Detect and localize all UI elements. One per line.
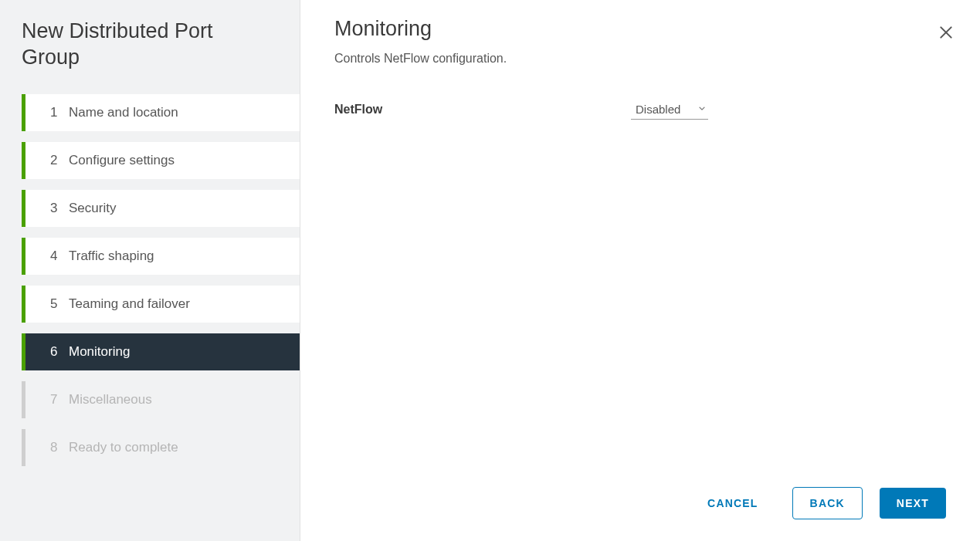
netflow-label: NetFlow (334, 103, 631, 117)
wizard-footer: CANCEL BACK NEXT (334, 487, 946, 519)
page-subtitle: Controls NetFlow configuration. (334, 52, 946, 66)
step-number: 7 (50, 392, 69, 407)
step-label: Monitoring (69, 344, 130, 360)
step-ready-to-complete: 8 Ready to complete (22, 429, 300, 466)
step-number: 3 (50, 201, 69, 216)
step-number: 5 (50, 296, 69, 312)
wizard-sidebar: New Distributed Port Group 1 Name and lo… (0, 0, 300, 541)
close-button[interactable] (938, 25, 954, 43)
step-number: 4 (50, 249, 69, 264)
next-button[interactable]: NEXT (880, 488, 946, 519)
cancel-button[interactable]: CANCEL (690, 488, 775, 519)
step-label: Configure settings (69, 153, 175, 168)
step-label: Ready to complete (69, 440, 178, 455)
step-label: Miscellaneous (69, 392, 152, 407)
wizard-title: New Distributed Port Group (22, 19, 269, 71)
netflow-select[interactable]: Disabled (631, 100, 708, 120)
step-label: Name and location (69, 105, 178, 120)
step-traffic-shaping[interactable]: 4 Traffic shaping (22, 238, 300, 275)
wizard-steps: 1 Name and location 2 Configure settings… (22, 94, 300, 466)
netflow-value: Disabled (636, 103, 680, 116)
step-number: 8 (50, 440, 69, 455)
step-miscellaneous: 7 Miscellaneous (22, 381, 300, 418)
step-configure-settings[interactable]: 2 Configure settings (22, 142, 300, 179)
step-label: Traffic shaping (69, 249, 154, 264)
step-label: Teaming and failover (69, 296, 190, 312)
step-number: 6 (50, 344, 69, 360)
step-number: 1 (50, 105, 69, 120)
wizard-main: Monitoring Controls NetFlow configuratio… (300, 0, 980, 541)
close-icon (938, 29, 954, 42)
step-number: 2 (50, 153, 69, 168)
netflow-row: NetFlow Disabled (334, 100, 946, 120)
back-button[interactable]: BACK (792, 487, 863, 519)
page-title: Monitoring (334, 17, 946, 41)
chevron-down-icon (697, 102, 707, 115)
step-security[interactable]: 3 Security (22, 190, 300, 227)
step-name-and-location[interactable]: 1 Name and location (22, 94, 300, 131)
step-monitoring[interactable]: 6 Monitoring (22, 333, 300, 370)
step-teaming-and-failover[interactable]: 5 Teaming and failover (22, 286, 300, 323)
step-label: Security (69, 201, 116, 216)
